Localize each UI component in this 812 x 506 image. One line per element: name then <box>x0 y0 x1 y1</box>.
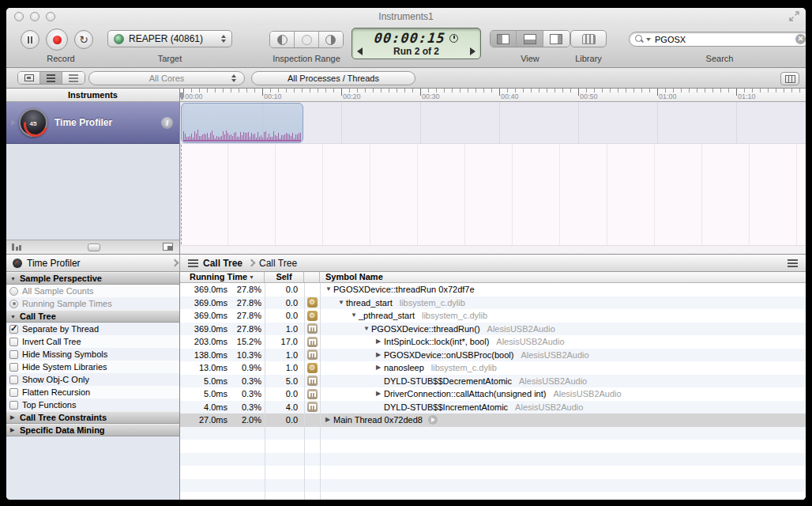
processes-button[interactable]: All Processes / Threads <box>251 71 415 85</box>
zoom-window-button[interactable] <box>46 12 55 21</box>
time-profiler-track-row[interactable]: Time Profiler i <box>6 102 179 144</box>
detail-view-switcher <box>17 71 85 85</box>
loop-button[interactable]: ↻ <box>74 30 93 49</box>
view-right-pane-button[interactable] <box>543 31 570 47</box>
selection-start-marker[interactable] <box>180 93 184 100</box>
timeline-ruler[interactable]: 00:00 00:10 00:20 00:30 00:40 00:50 01:0… <box>180 89 806 101</box>
section-call-tree[interactable]: ▼ Call Tree <box>6 310 179 323</box>
range-end-icon <box>325 35 336 45</box>
checkbox-hide-system-libraries[interactable]: Hide System Libraries <box>6 361 179 373</box>
target-dropdown[interactable]: REAPER (40861) <box>107 30 232 47</box>
zoom-slider[interactable] <box>88 244 100 251</box>
radio-running-sample-times[interactable]: Running Sample Times <box>6 297 179 310</box>
section-sample-perspective[interactable]: ▼ Sample Perspective <box>6 272 179 285</box>
library-button[interactable] <box>570 30 607 47</box>
run-counter: Run 2 of 2 <box>363 46 470 57</box>
detail-options-menu-icon[interactable] <box>788 259 798 267</box>
table-row[interactable]: 369.0ms27.8% 0.0 ⚙ ▼thread_startlibsyste… <box>180 296 806 310</box>
table-row[interactable]: 203.0ms15.2% 17.0 ▶IntSpinLock::lock(int… <box>180 335 806 349</box>
checkbox-invert-call-tree[interactable]: Invert Call Tree <box>6 335 179 348</box>
inspection-range-end-button[interactable] <box>319 32 343 47</box>
recorded-run-region[interactable] <box>181 103 303 143</box>
next-run-button[interactable] <box>470 47 476 55</box>
column-header-running-time[interactable]: Running Time▼ <box>180 272 265 282</box>
pane-toggle-icon[interactable] <box>163 243 173 251</box>
table-row[interactable]: 138.0ms10.3% 1.0 ▶PGOSXDevice::onUSBProc… <box>180 349 806 362</box>
disclosure-triangle-icon[interactable]: ▼ <box>325 283 333 296</box>
checkbox-hide-missing-symbols[interactable]: Hide Missing Symbols <box>6 348 179 361</box>
waveform <box>183 129 301 142</box>
checkbox-flatten-recursion[interactable]: Flatten Recursion <box>6 386 179 398</box>
time-display-panel: 00:00:15 Run 2 of 2 <box>351 28 481 59</box>
instruments-window: Instruments1 ↻ Record REAPER (40861) Tar… <box>6 8 806 500</box>
disclosure-triangle-icon[interactable]: ▶ <box>376 387 384 401</box>
view-bottom-pane-button[interactable] <box>517 31 543 47</box>
column-header-self[interactable]: Self <box>265 272 304 282</box>
radio-icon[interactable] <box>9 287 18 296</box>
table-row[interactable]: 5.0ms0.3% 0.0 ▶DriverConnection::callAtt… <box>180 387 806 401</box>
radio-all-sample-counts[interactable]: All Sample Counts <box>6 285 179 297</box>
minimize-window-button[interactable] <box>30 12 39 21</box>
table-row[interactable]: 369.0ms27.8% 0.0 ▼PGOSXDevice::threadRun… <box>180 283 806 296</box>
histogram-icon[interactable] <box>12 244 21 251</box>
disclosure-triangle-icon[interactable]: ▼ <box>363 323 371 336</box>
view-icon-button[interactable] <box>18 72 40 84</box>
view-left-pane-button[interactable] <box>491 31 517 47</box>
view-list-button[interactable] <box>40 72 62 84</box>
fullscreen-icon[interactable] <box>789 11 799 21</box>
disclosure-triangle-icon[interactable]: ▶ <box>376 361 384 375</box>
disclosure-triangle-icon[interactable]: ▶ <box>376 349 384 362</box>
checkbox-checked-icon[interactable] <box>9 325 18 334</box>
checkbox-icon[interactable] <box>9 350 18 359</box>
checkbox-icon[interactable] <box>9 401 18 410</box>
table-row[interactable]: 4.0ms0.3% 4.0 DYLD-STUB$$IncrementAtomic… <box>180 401 806 414</box>
checkbox-icon[interactable] <box>9 338 18 346</box>
record-button[interactable] <box>46 28 68 51</box>
disclosure-triangle-icon[interactable]: ▶ <box>325 413 333 427</box>
inspection-range-label: Inspection Range <box>269 54 344 63</box>
checkbox-icon[interactable] <box>9 376 18 384</box>
call-tree-menu-icon[interactable] <box>188 259 198 267</box>
table-row[interactable]: 5.0ms0.3% 5.0 DYLD-STUB$$DecrementAtomic… <box>180 375 806 388</box>
focus-thread-icon[interactable] <box>428 415 438 425</box>
cores-dropdown[interactable]: All Cores <box>88 71 245 85</box>
column-header-symbol-name[interactable]: Symbol Name <box>320 272 806 282</box>
option-label: Hide System Libraries <box>22 362 107 372</box>
disclosure-triangle-icon[interactable] <box>11 119 16 126</box>
column-view-button[interactable] <box>780 72 799 85</box>
search-input[interactable]: PGOSX <box>655 35 795 44</box>
previous-run-button[interactable] <box>357 47 363 55</box>
inspection-range-clear-button[interactable] <box>295 32 318 47</box>
time-profiler-lane[interactable] <box>180 102 806 144</box>
section-call-tree-constraints[interactable]: ▶ Call Tree Constraints <box>6 411 179 424</box>
checkbox-icon[interactable] <box>9 363 18 372</box>
search-options-icon[interactable] <box>646 38 651 41</box>
pause-button[interactable] <box>21 30 39 49</box>
disclosure-triangle-icon[interactable]: ▼ <box>338 296 346 310</box>
column-label: Running Time <box>190 272 247 281</box>
column-header-icon[interactable] <box>304 272 320 282</box>
inspection-range-start-button[interactable] <box>270 32 295 47</box>
track-timeline[interactable] <box>180 102 806 254</box>
checkbox-show-objc-only[interactable]: Show Obj-C Only <box>6 373 179 386</box>
clock-icon[interactable] <box>449 34 458 43</box>
table-row[interactable]: 13.0ms0.9% 1.0 ⚙ ▶nanosleeplibsystem_c.d… <box>180 361 806 375</box>
clear-search-button[interactable]: ✕ <box>795 34 806 44</box>
checkbox-top-functions[interactable]: Top Functions <box>6 398 179 411</box>
table-row[interactable]: 369.0ms27.8% 0.0 ⚙ ▼_pthread_startlibsys… <box>180 309 806 323</box>
breadcrumb-call-tree-2[interactable]: Call Tree <box>259 258 297 269</box>
detail-instrument-crumb[interactable]: Time Profiler <box>6 255 180 271</box>
table-row-selected[interactable]: 27.0ms2.0% 0.0 ▶Main Thread 0x72ded8 <box>180 413 806 427</box>
disclosure-triangle-icon[interactable]: ▶ <box>376 335 384 349</box>
info-button[interactable]: i <box>161 117 173 129</box>
table-row[interactable]: 369.0ms27.8% 1.0 ▼PGOSXDevice::threadRun… <box>180 323 806 336</box>
close-window-button[interactable] <box>14 12 24 21</box>
breadcrumb-call-tree-1[interactable]: Call Tree <box>203 258 242 269</box>
view-outline-button[interactable] <box>62 72 85 84</box>
radio-selected-icon[interactable] <box>9 300 18 308</box>
checkbox-separate-by-thread[interactable]: Separate by Thread <box>6 323 179 335</box>
section-specific-data-mining[interactable]: ▶ Specific Data Mining <box>6 424 179 436</box>
checkbox-icon[interactable] <box>9 388 18 397</box>
disclosure-triangle-icon[interactable]: ▼ <box>351 309 359 323</box>
search-field[interactable]: PGOSX ✕ <box>629 32 806 47</box>
